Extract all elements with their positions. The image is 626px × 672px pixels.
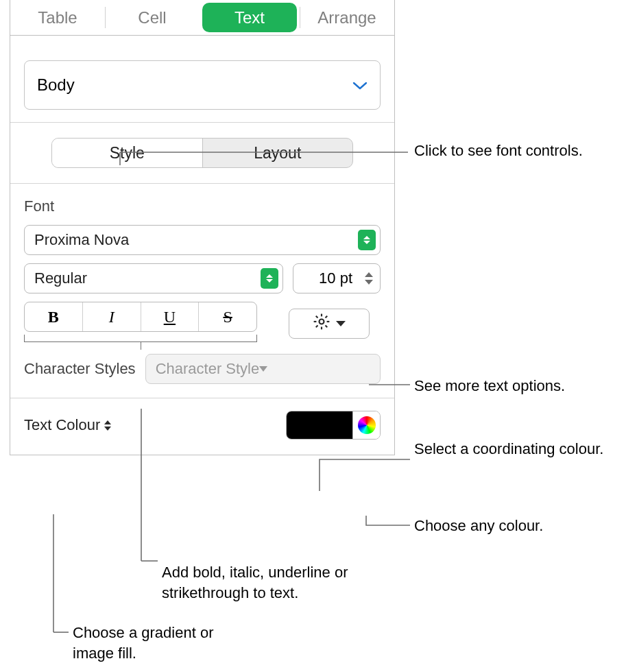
text-colour-popup[interactable]: Text Colour — [24, 416, 111, 434]
popup-arrows-icon — [358, 230, 376, 250]
font-family-popup[interactable]: Proxima Nova — [24, 225, 381, 255]
font-size-stepper[interactable]: 10 pt — [293, 263, 381, 293]
colour-wheel-icon — [358, 416, 376, 434]
text-colour-label: Text Colour — [24, 416, 100, 434]
tab-table[interactable]: Table — [10, 0, 105, 35]
colour-swatch-well[interactable] — [287, 411, 352, 439]
character-styles-label: Character Styles — [24, 360, 136, 378]
svg-line-7 — [326, 316, 328, 318]
callout-gradient: Choose a gradient or image fill. — [73, 623, 251, 663]
colour-wells — [286, 411, 381, 440]
callout-coord-colour: Select a coordinating colour. — [414, 439, 620, 459]
svg-point-0 — [320, 320, 324, 324]
stepper-arrows-icon — [362, 272, 376, 285]
character-style-popup[interactable]: Character Style — [145, 354, 381, 384]
segment-style[interactable]: Style — [52, 139, 203, 167]
popup-arrows-icon — [261, 268, 278, 289]
callout-font-controls: Click to see font controls. — [414, 141, 620, 161]
tab-text[interactable]: Text — [202, 3, 297, 32]
popup-arrows-icon — [104, 420, 111, 431]
tab-arrange[interactable]: Arrange — [300, 0, 394, 35]
font-section-label: Font — [24, 197, 381, 215]
font-size-value: 10 pt — [293, 269, 357, 287]
advanced-options-button[interactable] — [289, 309, 370, 339]
gear-icon — [313, 313, 330, 335]
chevron-down-icon — [352, 75, 368, 95]
strikethrough-button[interactable]: S — [198, 302, 256, 331]
inspector-tabs: Table Cell Text Arrange — [10, 0, 394, 36]
callout-bius: Add bold, italic, underline or strikethr… — [162, 562, 381, 603]
colour-wheel-button[interactable] — [352, 411, 380, 439]
callout-more-options: See more text options. — [414, 376, 565, 396]
font-family-value: Proxima Nova — [34, 231, 129, 249]
paragraph-style-popup[interactable]: Body — [24, 60, 381, 110]
chevron-down-icon — [336, 321, 346, 326]
bold-button[interactable]: B — [25, 302, 82, 331]
svg-line-8 — [316, 326, 318, 328]
character-style-placeholder: Character Style — [156, 360, 260, 378]
bracket-decoration — [24, 335, 257, 346]
style-layout-segmented: Style Layout — [51, 138, 353, 168]
chevron-down-icon — [259, 366, 267, 372]
font-weight-popup[interactable]: Regular — [24, 263, 283, 293]
format-inspector-panel: Table Cell Text Arrange Body Style Layou… — [10, 0, 395, 455]
font-weight-value: Regular — [34, 269, 87, 287]
tab-cell[interactable]: Cell — [105, 0, 200, 35]
underline-button[interactable]: U — [141, 302, 199, 331]
text-style-buttons: B I U S — [24, 302, 257, 332]
svg-line-6 — [326, 326, 328, 328]
svg-line-5 — [316, 316, 318, 318]
paragraph-style-value: Body — [37, 75, 75, 95]
segment-layout[interactable]: Layout — [203, 139, 353, 167]
callout-any-colour: Choose any colour. — [414, 516, 543, 536]
italic-button[interactable]: I — [82, 302, 141, 331]
